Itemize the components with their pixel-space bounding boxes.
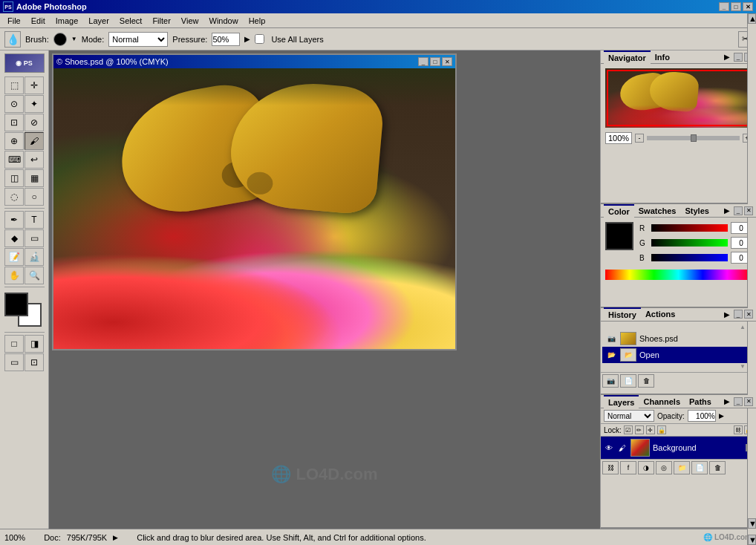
navigator-tab[interactable]: Navigator [604, 50, 651, 64]
close-button[interactable]: ✕ [743, 2, 753, 11]
layer-visibility-eye[interactable]: 👁 [604, 443, 614, 453]
history-minimize-button[interactable]: _ [734, 310, 743, 319]
color-minimize-button[interactable]: _ [734, 206, 743, 215]
zoom-slider-thumb[interactable] [691, 134, 697, 142]
move-tool[interactable]: ✛ [25, 76, 44, 94]
menu-filter[interactable]: Filter [148, 15, 175, 27]
menu-help[interactable]: Help [244, 15, 270, 27]
background-layer-row[interactable]: 👁 🖌 Background [601, 437, 756, 459]
brush-dropdown-arrow[interactable]: ▼ [71, 36, 77, 42]
zoom-tool[interactable]: 🔍 [25, 267, 44, 284]
gradient-tool[interactable]: ▦ [25, 169, 44, 187]
color-tab[interactable]: Color [604, 204, 634, 218]
history-close-button[interactable]: ✕ [744, 310, 753, 319]
menu-file[interactable]: File [3, 15, 25, 27]
layers-close-button[interactable]: ✕ [744, 397, 753, 406]
blur-tool[interactable]: ◌ [4, 188, 24, 206]
lock-image-pixels-button[interactable]: ✏ [635, 425, 644, 434]
layers-scrollbar[interactable]: ▼ [747, 506, 756, 529]
history-item-shoes[interactable]: 📷 Shoes.psd [602, 330, 755, 347]
type-tool[interactable]: T [25, 211, 44, 229]
navigator-menu-icon[interactable]: ▶ [724, 53, 730, 61]
crop-tool[interactable]: ⊡ [4, 114, 24, 131]
layer-add-style-button[interactable]: f [620, 461, 636, 474]
layers-scroll-down[interactable]: ▼ [748, 518, 756, 529]
hand-tool[interactable]: ✋ [4, 267, 24, 284]
history-item-open[interactable]: 📂 📂 Open [602, 347, 755, 363]
layers-minimize-button[interactable]: _ [734, 397, 743, 406]
layer-link-layers-button[interactable]: ⛓ [602, 461, 619, 474]
layer-add-mask-button[interactable]: ◑ [638, 461, 654, 474]
dodge-tool[interactable]: ○ [25, 188, 44, 206]
doc-close-button[interactable]: ✕ [442, 57, 452, 66]
menu-edit[interactable]: Edit [27, 15, 50, 27]
navigator-scrollbar[interactable]: ▲ ▼ [747, 13, 756, 545]
screen-mode-btn[interactable]: ▭ [4, 353, 24, 371]
eraser-tool[interactable]: ◫ [4, 169, 24, 187]
path-select-tool[interactable]: ◆ [4, 229, 24, 247]
slice-tool[interactable]: ⊘ [25, 114, 44, 131]
navigator-zoom-input[interactable] [605, 132, 632, 144]
color-menu-icon[interactable]: ▶ [724, 206, 730, 215]
pressure-input[interactable] [212, 33, 240, 46]
menu-image[interactable]: Image [51, 15, 83, 27]
notes-tool[interactable]: 📝 [4, 248, 24, 266]
navigator-minimize-button[interactable]: _ [734, 53, 743, 62]
maximize-button[interactable]: □ [731, 2, 741, 11]
color-spectrum-bar[interactable] [605, 270, 752, 280]
layer-link-button[interactable]: ⛓ [734, 425, 743, 434]
menu-layer[interactable]: Layer [84, 15, 114, 27]
navigator-zoom-slider[interactable] [647, 136, 740, 140]
jump-to-btn[interactable]: ⊡ [25, 353, 44, 371]
eyedropper-tool[interactable]: 🔬 [25, 248, 44, 266]
layer-new-layer-button[interactable]: 📄 [691, 461, 708, 474]
styles-tab[interactable]: Styles [680, 205, 713, 217]
red-slider[interactable] [651, 224, 728, 232]
doc-minimize-button[interactable]: _ [418, 57, 428, 66]
actions-tab[interactable]: Actions [641, 308, 680, 320]
zoom-out-button[interactable]: - [635, 134, 644, 143]
marquee-tool[interactable]: ⬚ [4, 76, 24, 94]
layer-new-fill-button[interactable]: ◎ [656, 461, 672, 474]
color-close-button[interactable]: ✕ [744, 206, 753, 215]
status-arrow[interactable]: ▶ [113, 534, 118, 541]
history-new-snapshot-button[interactable]: 📷 [602, 374, 619, 388]
foreground-color-swatch[interactable] [4, 293, 28, 316]
history-brush-tool[interactable]: ↩ [25, 151, 44, 169]
minimize-button[interactable]: _ [719, 2, 729, 11]
swatches-tab[interactable]: Swatches [634, 205, 681, 217]
use-all-layers-checkbox[interactable] [255, 34, 264, 44]
lock-transparent-pixels-button[interactable]: ☑ [624, 425, 633, 434]
lasso-tool[interactable]: ⊙ [4, 95, 24, 113]
color-foreground-preview[interactable] [605, 222, 633, 250]
layers-blend-mode-select[interactable]: Normal Multiply Screen [604, 410, 654, 422]
layers-menu-icon[interactable]: ▶ [724, 397, 730, 405]
menu-select[interactable]: Select [115, 15, 147, 27]
info-tab[interactable]: Info [651, 51, 674, 63]
wand-tool[interactable]: ✦ [25, 95, 44, 113]
history-new-document-button[interactable]: 📄 [620, 374, 636, 388]
blue-slider[interactable] [651, 254, 728, 261]
clone-tool[interactable]: ⌨ [4, 151, 24, 169]
opacity-input[interactable] [688, 410, 716, 422]
pressure-arrow[interactable]: ▶ [244, 35, 250, 43]
heal-tool[interactable]: ⊕ [4, 132, 24, 150]
green-slider[interactable] [651, 239, 728, 247]
quick-mask-btn[interactable]: ◨ [25, 335, 44, 353]
standard-mode-btn[interactable]: □ [4, 335, 24, 353]
doc-maximize-button[interactable]: □ [430, 57, 440, 66]
lock-position-button[interactable]: ✛ [646, 425, 655, 434]
shape-tool[interactable]: ▭ [25, 229, 44, 247]
menu-window[interactable]: Window [205, 15, 243, 27]
pen-tool[interactable]: ✒ [4, 211, 24, 229]
nav-scroll-up[interactable]: ▲ [748, 13, 756, 24]
mode-select[interactable]: Normal Dissolve Multiply [108, 32, 168, 47]
channels-tab[interactable]: Channels [639, 396, 685, 408]
nav-scroll-down[interactable]: ▼ [748, 535, 756, 545]
document-canvas[interactable] [53, 68, 455, 349]
paths-tab[interactable]: Paths [685, 396, 716, 408]
layers-tab[interactable]: Layers [604, 395, 639, 408]
menu-view[interactable]: View [177, 15, 203, 27]
history-menu-icon[interactable]: ▶ [724, 310, 730, 319]
history-delete-button[interactable]: 🗑 [638, 374, 654, 388]
